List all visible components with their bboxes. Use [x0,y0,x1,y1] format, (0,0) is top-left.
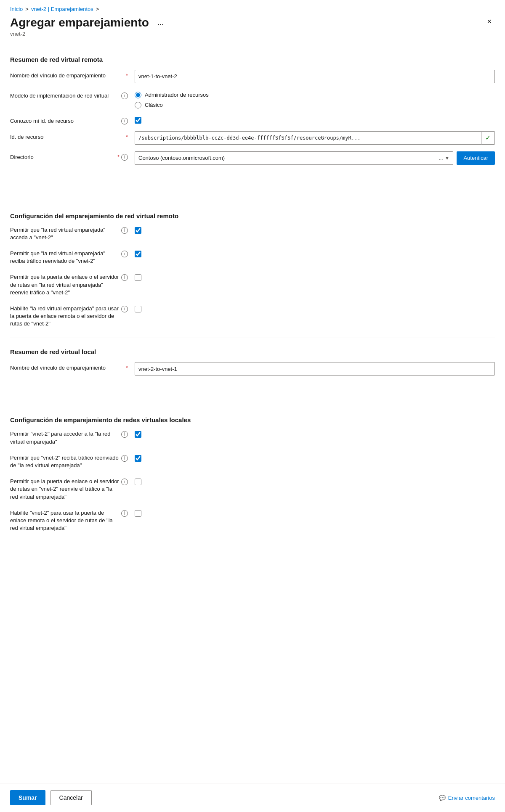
divider-2 [10,338,495,338]
remote-option-2-row: Permitir que la puerta de enlace o el se… [10,273,495,296]
breadcrumb: Inicio > vnet-2 | Emparejamientos > [0,0,505,16]
remote-peering-name-label: Nombre del vínculo de emparejamiento * [10,70,128,79]
radio-resource-manager-label: Administrador de recursos [145,92,209,98]
radio-classic-input[interactable] [135,102,141,108]
remote-option-2-info[interactable]: i [121,274,128,281]
local-section: Resumen de red virtual local Nombre del … [10,348,495,376]
know-resource-id-label: Conozco mi id. de recurso i [10,115,128,124]
page-title: Agregar emparejamiento [10,16,149,30]
local-option-1-label: Permitir que "vnet-2" reciba tráfico ree… [10,454,128,469]
remote-option-0-control [135,226,141,235]
ellipsis-button[interactable]: ... [154,16,167,29]
local-option-2-info[interactable]: i [121,479,128,485]
remote-section: Resumen de red virtual remota Nombre del… [10,56,495,165]
remote-option-1-label: Permitir que "la red virtual emparejada"… [10,250,128,265]
directory-input-row: Contoso (contoso.onmicrosoft.com) ... ▼ … [135,151,495,165]
local-option-0-info[interactable]: i [121,431,128,438]
directory-required: * [117,154,120,160]
divider-1 [10,202,495,202]
remote-option-3-checkbox[interactable] [135,306,141,312]
page-header: Agregar emparejamiento ... vnet-2 × [0,16,505,44]
divider-3 [10,406,495,406]
close-button[interactable]: × [484,16,495,28]
directory-select[interactable]: Contoso (contoso.onmicrosoft.com) ... ▼ [135,151,453,165]
submit-button[interactable]: Sumar [10,790,45,805]
local-peering-name-label: Nombre del vínculo de emparejamiento * [10,362,128,371]
remote-option-3-info[interactable]: i [121,306,128,312]
resource-id-required: * [126,134,128,140]
local-option-1-control [135,454,141,463]
local-option-2-control [135,478,141,487]
remote-option-1-checkbox[interactable] [135,251,141,257]
know-resource-info-icon[interactable]: i [121,118,128,124]
local-option-3-control [135,509,141,518]
know-resource-id-control [135,115,495,124]
local-option-3-checkbox[interactable] [135,510,141,517]
local-option-2-label: Permitir que la puerta de enlace o el se… [10,478,128,501]
breadcrumb-vnet2[interactable]: vnet-2 | Emparejamientos [31,6,93,12]
deployment-info-icon[interactable]: i [121,93,128,99]
feedback-link[interactable]: 💬 Enviar comentarios [439,795,495,801]
authenticate-button[interactable]: Autenticar [457,151,495,165]
remote-option-0-row: Permitir que "la red virtual emparejada"… [10,226,495,241]
remote-section-title: Resumen de red virtual remota [10,56,495,63]
local-option-3-label: Habilite "vnet-2" para usar la puerta de… [10,509,128,532]
local-option-1-checkbox[interactable] [135,455,141,462]
remote-option-3-row: Habilite "la red virtual emparejada" par… [10,305,495,328]
remote-option-0-info[interactable]: i [121,227,128,234]
local-peering-name-row: Nombre del vínculo de emparejamiento * [10,362,495,376]
remote-option-3-control [135,305,141,314]
remote-peering-name-input[interactable] [135,70,495,83]
local-option-3-info[interactable]: i [121,510,128,517]
radio-resource-manager-input[interactable] [135,92,141,98]
bottom-bar: Sumar Cancelar 💬 Enviar comentarios [0,783,505,812]
local-peering-config-section: Configuración de emparejamiento de redes… [10,416,495,532]
local-option-2-checkbox[interactable] [135,479,141,485]
remote-option-2-checkbox[interactable] [135,274,141,281]
page-subtitle: vnet-2 [10,31,484,37]
directory-select-text: Contoso (contoso.onmicrosoft.com) [138,155,439,161]
remote-option-1-row: Permitir que "la red virtual emparejada"… [10,250,495,265]
remote-option-1-info[interactable]: i [121,251,128,257]
remote-peering-name-control [135,70,495,83]
radio-classic[interactable]: Clásico [135,102,495,108]
resource-id-label: Id. de recurso * [10,131,128,140]
radio-classic-label: Clásico [145,102,163,108]
remote-peering-name-row: Nombre del vínculo de emparejamiento * [10,70,495,83]
breadcrumb-sep-2: > [96,6,99,12]
remote-peering-config-title: Configuración del emparejamiento de red … [10,212,495,220]
deployment-model-control: Administrador de recursos Clásico [135,90,495,108]
remote-option-2-control [135,273,141,282]
form-content: Resumen de red virtual remota Nombre del… [0,44,505,583]
remote-option-0-checkbox[interactable] [135,227,141,234]
radio-resource-manager[interactable]: Administrador de recursos [135,92,495,98]
deployment-model-row: Modelo de implementación de red virtual … [10,90,495,108]
know-resource-id-row: Conozco mi id. de recurso i [10,115,495,124]
deployment-model-label: Modelo de implementación de red virtual … [10,90,128,99]
remote-option-1-control [135,250,141,259]
feedback-icon: 💬 [439,795,446,801]
local-required-star: * [126,365,128,371]
local-option-1-row: Permitir que "vnet-2" reciba tráfico ree… [10,454,495,469]
directory-row: Directorio * i Contoso (contoso.onmicros… [10,151,495,165]
directory-control: Contoso (contoso.onmicrosoft.com) ... ▼ … [135,151,495,165]
resource-id-row: Id. de recurso * ✓ [10,131,495,145]
directory-dots: ... [439,155,443,161]
directory-info-icon[interactable]: i [121,154,128,161]
breadcrumb-sep-1: > [25,6,29,12]
resource-id-input[interactable] [135,131,481,145]
remote-option-2-label: Permitir que la puerta de enlace o el se… [10,273,128,296]
local-option-3-row: Habilite "vnet-2" para usar la puerta de… [10,509,495,532]
know-resource-id-checkbox[interactable] [135,117,141,124]
feedback-label: Enviar comentarios [448,795,495,801]
remote-peering-config-section: Configuración del emparejamiento de red … [10,212,495,328]
resource-id-check-icon: ✓ [481,131,495,145]
local-option-1-info[interactable]: i [121,455,128,462]
local-peering-name-input[interactable] [135,362,495,376]
local-section-title: Resumen de red virtual local [10,348,495,355]
breadcrumb-inicio[interactable]: Inicio [10,6,23,12]
local-option-0-checkbox[interactable] [135,431,141,438]
resource-id-control: ✓ [135,131,495,145]
resource-id-input-row: ✓ [135,131,495,145]
cancel-button[interactable]: Cancelar [50,790,92,805]
